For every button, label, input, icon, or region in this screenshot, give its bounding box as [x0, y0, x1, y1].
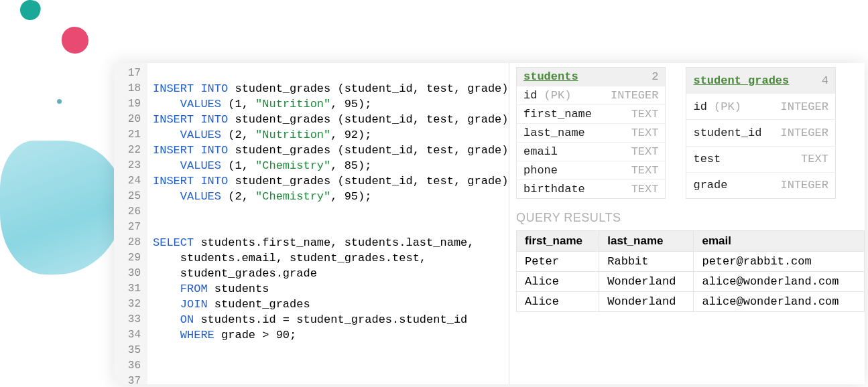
decorative-shape-pink	[62, 27, 88, 54]
result-cell: Wonderland	[599, 272, 694, 292]
code-line[interactable]: JOIN student_grades	[153, 297, 509, 312]
schema-column-row: emailTEXT	[517, 143, 666, 161]
result-cell: alice@wonderland.com	[694, 292, 865, 312]
line-number: 23	[118, 158, 141, 173]
code-line[interactable]: INSERT INTO student_grades (student_id, …	[153, 173, 509, 189]
schema-column-row: gradeINTEGER	[686, 172, 835, 198]
code-line[interactable]: INSERT INTO student_grades (student_id, …	[153, 143, 509, 158]
schema-column-name: grade	[686, 172, 769, 198]
schema-column-name: id (PK)	[517, 86, 599, 105]
schema-column-name: birthdate	[517, 180, 599, 199]
code-editor[interactable]: 1718192021222324252627282930313233343536…	[114, 63, 509, 384]
result-header: email	[694, 231, 865, 252]
schema-table-students: students2id (PK)INTEGERfirst_nameTEXTlas…	[516, 67, 666, 199]
result-cell: Alice	[517, 272, 599, 292]
schema-column-type: TEXT	[599, 161, 666, 180]
code-area[interactable]: INSERT INTO student_grades (student_id, …	[147, 63, 509, 384]
line-number: 18	[118, 81, 141, 96]
code-line[interactable]: student_grades.grade	[153, 266, 509, 281]
schema-column-row: student_idINTEGER	[686, 120, 835, 146]
result-header: first_name	[517, 231, 599, 252]
schema-row-count: 4	[822, 74, 828, 87]
code-line[interactable]: SELECT students.first_name, students.las…	[153, 235, 509, 250]
line-number: 34	[118, 327, 141, 343]
decorative-shape-teal	[18, 0, 43, 22]
schema-table-student_grades: student_grades4id (PK)INTEGERstudent_idI…	[686, 67, 835, 199]
schema-column-name: email	[517, 143, 599, 161]
code-line[interactable]: VALUES (1, "Chemistry", 85);	[153, 158, 509, 173]
code-line[interactable]: VALUES (1, "Nutrition", 95);	[153, 96, 509, 112]
code-line[interactable]	[153, 358, 509, 374]
line-number: 37	[118, 374, 141, 384]
schema-column-type: TEXT	[599, 124, 666, 143]
code-line[interactable]	[153, 66, 509, 81]
schema-column-type: TEXT	[768, 146, 835, 172]
schema-column-row: id (PK)INTEGER	[517, 86, 666, 105]
decorative-dot	[57, 99, 62, 104]
line-number: 17	[118, 66, 141, 81]
schema-column-name: phone	[517, 161, 599, 180]
line-number: 28	[118, 235, 141, 250]
line-number: 30	[118, 266, 141, 281]
schema-column-type: INTEGER	[768, 120, 835, 146]
code-line[interactable]: INSERT INTO student_grades (student_id, …	[153, 81, 509, 96]
line-number: 32	[118, 297, 141, 312]
schema-column-name: student_id	[686, 120, 769, 146]
code-line[interactable]	[153, 343, 509, 358]
result-cell: peter@rabbit.com	[694, 252, 865, 272]
line-number: 19	[118, 96, 141, 112]
schema-column-name: first_name	[517, 105, 599, 124]
line-number: 35	[118, 343, 141, 358]
schema-column-type: TEXT	[599, 143, 666, 161]
schema-column-type: INTEGER	[768, 172, 835, 198]
result-cell: alice@wonderland.com	[694, 272, 865, 292]
result-cell: Wonderland	[599, 292, 694, 312]
query-results-table: first_namelast_nameemailPeterRabbitpeter…	[516, 230, 865, 312]
schema-column-row: last_nameTEXT	[517, 124, 666, 143]
schema-column-name: last_name	[517, 124, 599, 143]
line-number: 29	[118, 250, 141, 266]
line-number: 25	[118, 189, 141, 204]
result-cell: Rabbit	[599, 252, 694, 272]
schema-column-row: id (PK)INTEGER	[686, 94, 835, 120]
schema-column-type: INTEGER	[768, 94, 835, 120]
line-number: 31	[118, 281, 141, 297]
line-number: 22	[118, 143, 141, 158]
schema-column-name: id (PK)	[686, 94, 769, 120]
code-line[interactable]: ON students.id = student_grades.student_…	[153, 312, 509, 327]
code-line[interactable]: WHERE grade > 90;	[153, 327, 509, 343]
schema-column-type: TEXT	[599, 180, 666, 199]
line-number: 33	[118, 312, 141, 327]
schema-name-link[interactable]: students	[523, 70, 578, 83]
schema-row-count: 2	[652, 70, 658, 83]
line-number: 20	[118, 112, 141, 127]
decorative-shape-cyan	[0, 141, 124, 275]
code-line[interactable]	[153, 220, 509, 235]
query-results-title: QUERY RESULTS	[516, 211, 865, 225]
result-row: PeterRabbitpeter@rabbit.com	[517, 252, 865, 272]
result-cell: Peter	[517, 252, 599, 272]
code-line[interactable]: students.email, student_grades.test,	[153, 250, 509, 266]
code-line[interactable]: VALUES (2, "Nutrition", 92);	[153, 127, 509, 143]
schema-column-row: phoneTEXT	[517, 161, 666, 180]
code-line[interactable]: INSERT INTO student_grades (student_id, …	[153, 112, 509, 127]
code-line[interactable]	[153, 374, 509, 384]
result-row: AliceWonderlandalice@wonderland.com	[517, 292, 865, 312]
result-cell: Alice	[517, 292, 599, 312]
code-line[interactable]: VALUES (2, "Chemistry", 95);	[153, 189, 509, 204]
code-line[interactable]	[153, 204, 509, 220]
line-number: 36	[118, 358, 141, 374]
results-panel: students2id (PK)INTEGERfirst_nameTEXTlas…	[509, 63, 865, 384]
schema-column-row: first_nameTEXT	[517, 105, 666, 124]
line-number: 24	[118, 173, 141, 189]
code-line[interactable]: FROM students	[153, 281, 509, 297]
line-number-gutter: 1718192021222324252627282930313233343536…	[114, 63, 147, 384]
schema-column-type: TEXT	[599, 105, 666, 124]
line-number: 26	[118, 204, 141, 220]
schema-list: students2id (PK)INTEGERfirst_nameTEXTlas…	[516, 67, 865, 199]
schema-column-name: test	[686, 146, 769, 172]
line-number: 21	[118, 127, 141, 143]
sql-editor-app: 1718192021222324252627282930313233343536…	[114, 63, 865, 384]
schema-column-type: INTEGER	[599, 86, 666, 105]
schema-name-link[interactable]: student_grades	[693, 74, 789, 87]
